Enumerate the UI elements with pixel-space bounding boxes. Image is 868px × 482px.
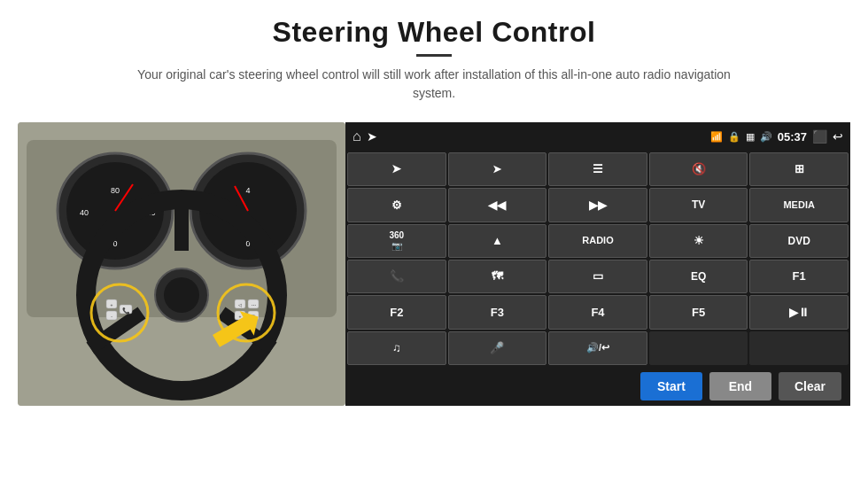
f2-btn[interactable]: F2 (347, 295, 446, 329)
svg-text:⋯: ⋯ (252, 302, 256, 307)
brightness-btn[interactable]: ☀ (649, 224, 748, 258)
cast-icon[interactable]: ⬛ (812, 129, 827, 144)
title-section: Steering Wheel Control Your original car… (115, 16, 753, 103)
svg-text:+: + (239, 314, 242, 319)
radio-btn[interactable]: RADIO (548, 224, 647, 258)
status-left: ⌂ ➤ (353, 128, 377, 144)
navigate-icon[interactable]: ➤ (367, 129, 377, 144)
svg-point-19 (164, 277, 199, 313)
end-button[interactable]: End (709, 372, 771, 400)
svg-text:4: 4 (245, 186, 250, 195)
empty-btn-2 (749, 331, 849, 365)
mic-btn[interactable]: 🎤 (448, 331, 547, 365)
media-btn[interactable]: MEDIA (749, 188, 849, 222)
phone-btn[interactable]: 📞 (347, 260, 446, 293)
f1-btn[interactable]: F1 (749, 260, 849, 293)
f4-btn[interactable]: F4 (548, 295, 647, 329)
tv-btn[interactable]: TV (649, 188, 748, 222)
bt-icon: 🔊 (760, 131, 772, 143)
volphone-btn[interactable]: 🔊/↩ (548, 331, 647, 365)
page-container: Steering Wheel Control Your original car… (0, 0, 868, 482)
svg-text:+: + (111, 302, 113, 307)
camera-btn[interactable]: 360📷 (347, 224, 446, 258)
sd-icon: ▦ (746, 131, 755, 143)
map-btn[interactable]: 🗺 (448, 260, 547, 293)
list-btn[interactable]: ☰ (548, 152, 647, 186)
screen-btn[interactable]: ▭ (548, 260, 647, 293)
nav-btn[interactable]: ➤ (347, 152, 446, 186)
next-btn[interactable]: ▶▶ (548, 188, 647, 222)
clock: 05:37 (778, 130, 807, 144)
clear-button[interactable]: Clear (779, 372, 841, 400)
svg-text:80: 80 (111, 186, 120, 195)
button-grid: ➤ ➤ ☰ 🔇 ⊞ ⚙ ◀◀ ▶▶ TV MEDIA 360📷 ▲ RADIO … (345, 151, 850, 367)
page-title: Steering Wheel Control (115, 16, 753, 49)
mode-btn[interactable]: ➤ (448, 152, 547, 186)
svg-text:◁: ◁ (238, 302, 242, 307)
svg-text:📞: 📞 (122, 307, 130, 315)
status-bar: ⌂ ➤ 📶 🔒 ▦ 🔊 05:37 ⬛ ↩ (345, 122, 850, 151)
music-btn[interactable]: ♫ (347, 331, 446, 365)
f5-btn[interactable]: F5 (649, 295, 748, 329)
status-right: 📶 🔒 ▦ 🔊 05:37 ⬛ ↩ (710, 129, 843, 144)
prev-btn[interactable]: ◀◀ (448, 188, 547, 222)
home-icon[interactable]: ⌂ (353, 128, 361, 144)
apps-btn[interactable]: ⊞ (749, 152, 849, 186)
lock-icon: 🔒 (728, 131, 740, 143)
back-icon[interactable]: ↩ (833, 129, 843, 144)
settings-btn[interactable]: ⚙ (347, 188, 446, 222)
playpause-btn[interactable]: ▶⏸ (749, 295, 849, 329)
control-panel: ⌂ ➤ 📶 🔒 ▦ 🔊 05:37 ⬛ ↩ ➤ ➤ ☰ (345, 122, 850, 406)
title-divider (416, 54, 452, 57)
dvd-btn[interactable]: DVD (749, 224, 849, 258)
content-area: 80 0 40 120 4 0 (18, 122, 850, 424)
wifi-icon: 📶 (710, 131, 723, 143)
svg-text:40: 40 (80, 208, 89, 217)
eq-btn[interactable]: EQ (649, 260, 748, 293)
f3-btn[interactable]: F3 (448, 295, 547, 329)
start-button[interactable]: Start (640, 372, 702, 400)
eject-btn[interactable]: ▲ (448, 224, 547, 258)
empty-btn-1 (649, 331, 748, 365)
steering-wheel-image: 80 0 40 120 4 0 (18, 122, 345, 406)
action-bar: Start End Clear (345, 367, 850, 406)
page-subtitle: Your original car's steering wheel contr… (115, 66, 753, 103)
mute-btn[interactable]: 🔇 (649, 152, 748, 186)
